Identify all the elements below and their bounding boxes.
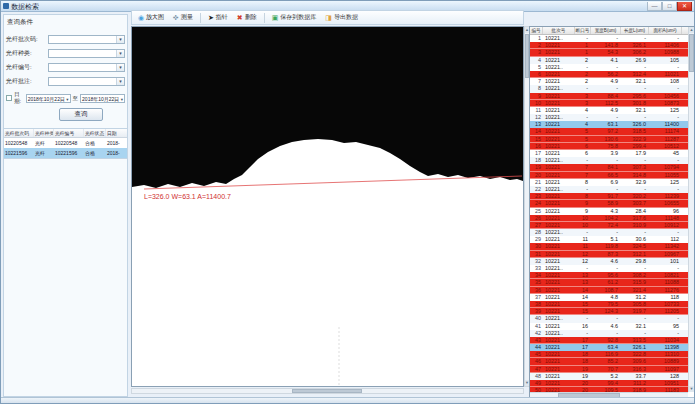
table-row[interactable]: 361022114108.7321.411276 xyxy=(530,287,688,294)
table-row[interactable]: 3710221144.831.2118 xyxy=(530,294,688,301)
cell: 15 xyxy=(575,308,591,315)
table-row[interactable]: 2102211141.8326.111406 xyxy=(530,42,688,49)
table-row[interactable]: 110221..---- xyxy=(530,35,688,42)
table-row[interactable]: 2410221958.9303.710655 xyxy=(530,200,688,207)
image-viewport[interactable]: L=326.0 W=63.1 A=11400.7 xyxy=(131,26,524,387)
cell: 10221.. xyxy=(543,265,575,272)
table-row[interactable]: 41022124.126.9105 xyxy=(530,57,688,64)
table-row[interactable]: 27102211072.4310.910912 xyxy=(530,222,688,229)
table-row[interactable]: 1310221463.1326.011400 xyxy=(530,121,688,128)
cell: 10221 xyxy=(543,121,575,128)
table-row[interactable]: 451022118116.9322.811310 xyxy=(530,351,688,358)
column-header[interactable]: 光纤批次码 xyxy=(4,129,34,137)
column-header[interactable]: 光纤编号 xyxy=(54,129,84,137)
field-dropdown-0[interactable]: ▾ xyxy=(48,35,125,44)
table-row[interactable]: 510221..---- xyxy=(530,64,688,71)
cell: 305.8 xyxy=(621,301,649,308)
table-row[interactable]: 261022110104.2317.611148 xyxy=(530,215,688,222)
table-row[interactable]: 211022186.932.9125 xyxy=(530,179,688,186)
table-row[interactable]: 4210221..---- xyxy=(530,330,688,337)
cell: 326.0 xyxy=(621,121,649,128)
cell: 光纤 xyxy=(34,138,54,148)
cell: 11055 xyxy=(649,172,682,179)
table-row[interactable]: 910221388.4295.610456 xyxy=(530,93,688,100)
field-dropdown-1[interactable]: ▾ xyxy=(48,49,125,58)
table-row[interactable]: 810221..---- xyxy=(530,85,688,92)
scrollbar-thumb[interactable] xyxy=(292,389,362,393)
column-header[interactable]: 长度L(um) xyxy=(621,27,649,34)
table-row[interactable]: 2010221766.5314.811055 xyxy=(530,172,688,179)
column-header[interactable]: 宽度B(um) xyxy=(591,27,621,34)
scroll-down-arrow[interactable]: ▼ xyxy=(689,386,694,392)
table-row[interactable]: 310221154.3306.210988 xyxy=(530,49,688,56)
table-row[interactable]: 1210221..---- xyxy=(530,114,688,121)
toolbar-button-delete[interactable]: ✖删除 xyxy=(233,12,261,24)
table-row[interactable]: 15102215130.6322.911287 xyxy=(530,136,688,143)
table-row[interactable]: 111022144.932.1125 xyxy=(530,107,688,114)
date-filter-checkbox[interactable] xyxy=(6,95,12,101)
list-item[interactable]: 10221596光纤10221596合格2018- xyxy=(4,148,127,158)
date-from-dropdown[interactable]: 2018年10月22日 ▾ xyxy=(26,94,71,103)
column-header[interactable]: 面积A(um²) xyxy=(649,27,682,34)
table-row[interactable]: 4110221164.632.195 xyxy=(530,323,688,330)
cell: 10221 xyxy=(543,301,575,308)
table-vertical-scrollbar[interactable]: ▲ ▼ xyxy=(688,27,694,392)
query-button[interactable]: 查询 xyxy=(59,108,103,121)
table-row[interactable]: 3310221..---- xyxy=(530,265,688,272)
image-horizontal-scrollbar[interactable] xyxy=(131,388,524,394)
maximize-button[interactable]: □ xyxy=(662,2,677,11)
list-item[interactable]: 10220548光纤10220548合格2018- xyxy=(4,138,127,148)
table-row[interactable]: 44102211763.4326.111398 xyxy=(530,344,688,351)
table-row[interactable]: 4010221..---- xyxy=(530,315,688,322)
table-row[interactable]: 47102211970.7316.311097 xyxy=(530,366,688,373)
table-row[interactable]: 1610221675.8299.410512 xyxy=(530,143,688,150)
column-header[interactable]: 光纤种类 xyxy=(34,129,54,137)
cell: - xyxy=(591,315,621,322)
cell: 10733 xyxy=(649,301,682,308)
table-row[interactable]: 2310221891.7320.211239 xyxy=(530,193,688,200)
table-row[interactable]: 71022124.932.1108 xyxy=(530,78,688,85)
column-header[interactable]: 光纤状态 xyxy=(84,129,106,137)
table-row[interactable]: 1910221784.1307.310794 xyxy=(530,164,688,171)
close-button[interactable]: ✕ xyxy=(677,2,692,11)
toolbar-button-save-database[interactable]: ▣保存到数据库 xyxy=(268,12,321,24)
cell: - xyxy=(649,64,682,71)
table-row[interactable]: 10102213112.5301.810873 xyxy=(530,100,688,107)
table-row[interactable]: 391022115124.3319.711205 xyxy=(530,308,688,315)
table-row[interactable]: 2210221..---- xyxy=(530,186,688,193)
cell: - xyxy=(591,186,621,193)
table-row[interactable]: 251022194.328.496 xyxy=(530,208,688,215)
scroll-up-arrow[interactable]: ▲ xyxy=(689,27,694,33)
column-header[interactable]: 编号 xyxy=(530,27,543,34)
table-row[interactable]: 43102211792.8313.511034 xyxy=(530,337,688,344)
table-row[interactable]: 1810221..---- xyxy=(530,157,688,164)
table-row[interactable]: 35102211361.2315.911088 xyxy=(530,279,688,286)
toolbar-button-export-data[interactable]: ◨导出数据 xyxy=(321,12,362,24)
table-row[interactable]: 1410221597.2318.511174 xyxy=(530,128,688,135)
table-row[interactable]: 3210221124.629.8101 xyxy=(530,258,688,265)
table-row[interactable]: 2910221115.130.6112 xyxy=(530,236,688,243)
table-row[interactable]: 38102211579.5305.810733 xyxy=(530,301,688,308)
column-header[interactable]: 日期 xyxy=(106,129,127,137)
toolbar-button-measure[interactable]: ✜测量 xyxy=(169,12,197,24)
date-to-dropdown[interactable]: 2018年10月22日 ▾ xyxy=(80,94,125,103)
cell: 10512 xyxy=(649,143,682,150)
table-row[interactable]: 2810221..---- xyxy=(530,229,688,236)
toolbar-button-zoom-image[interactable]: ◉放大图 xyxy=(134,12,168,24)
column-header[interactable]: 断口号 xyxy=(575,27,591,34)
table-row[interactable]: 46102211885.2309.610889 xyxy=(530,358,688,365)
app-icon xyxy=(3,3,9,9)
table-row[interactable]: 610221256.2312.411021 xyxy=(530,71,688,78)
table-row[interactable]: 49102212099.4311.210951 xyxy=(530,380,688,387)
table-row[interactable]: 34102211395.6308.210821 xyxy=(530,272,688,279)
table-row[interactable]: 171022163.917.945 xyxy=(530,150,688,157)
toolbar-button-pointer[interactable]: ➤指针 xyxy=(204,12,232,24)
table-row[interactable]: 301022111119.8324.511342 xyxy=(530,243,688,250)
minimize-button[interactable]: — xyxy=(647,2,662,11)
field-dropdown-3[interactable]: ▾ xyxy=(48,77,125,86)
table-row[interactable]: 31102211287.3312.110967 xyxy=(530,251,688,258)
scrollbar-thumb[interactable] xyxy=(689,34,694,72)
field-dropdown-2[interactable]: ▾ xyxy=(48,63,125,72)
column-header[interactable]: 批次号 xyxy=(543,27,575,34)
table-row[interactable]: 4810221195.233.7128 xyxy=(530,373,688,380)
